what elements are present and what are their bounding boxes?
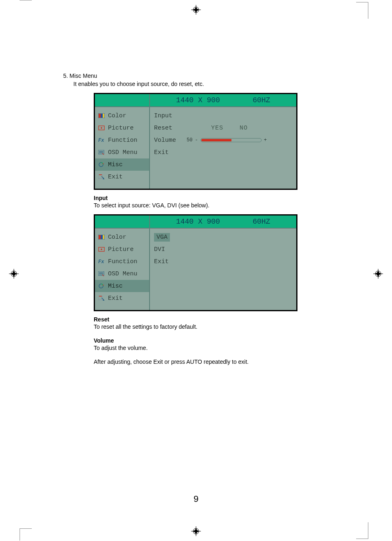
svg-rect-45 [99,235,101,239]
osd-refresh: 60HZ [253,218,270,226]
menu-item-exit[interactable]: Exit [95,292,149,304]
input-row-exit[interactable]: Exit [154,255,292,268]
menu-item-label: Exit [108,174,123,180]
osd-resolution: 1440 X 900 [176,218,220,226]
svg-rect-29 [99,114,101,118]
menu-item-function[interactable]: Fx Function [95,134,149,146]
exit-icon [98,295,105,301]
misc-row-reset[interactable]: Reset YES NO [154,122,292,134]
osd-resolution: 1440 X 900 [176,96,220,104]
menu-item-label: Function [108,137,137,144]
misc-icon [98,283,105,289]
volume-plus[interactable]: + [264,137,267,143]
menu-item-label: Misc [108,283,123,290]
misc-row-volume[interactable]: Volume 50 - + [154,134,292,146]
svg-text:Fx: Fx [98,259,104,264]
menu-item-label: OSD Menu [108,149,137,156]
menu-item-label: OSD Menu [108,270,137,277]
osd-input-menu: 1440 X 900 60HZ Color Picture Fx Functio… [94,214,297,311]
svg-point-49 [101,249,102,250]
section-desc: It enables you to choose input source, d… [73,81,331,87]
volume-desc: To adjust the volume. [94,345,331,351]
osd-refresh: 60HZ [253,96,270,104]
registration-mark-icon [191,526,201,536]
function-icon: Fx [98,259,105,264]
footer-note: After adjusting, choose Exit or press AU… [94,358,331,365]
menu-item-picture[interactable]: Picture [95,122,149,134]
svg-rect-42 [99,174,102,175]
volume-minus[interactable]: - [195,137,198,143]
menu-item-osdmenu[interactable]: OSD Menu [95,268,149,280]
menu-item-misc[interactable]: Misc [95,280,149,292]
misc-row-exit[interactable]: Exit [154,146,292,158]
svg-rect-58 [99,296,102,297]
function-icon: Fx [98,137,105,143]
page-number: 9 [194,494,198,504]
menu-item-label: Exit [108,295,123,302]
input-row-dvi[interactable]: DVI [154,243,292,255]
menu-item-picture[interactable]: Picture [95,243,149,255]
svg-rect-46 [101,235,103,239]
input-row-vga[interactable]: VGA [154,231,292,243]
menu-item-label: Function [108,258,137,265]
menu-item-label: Color [108,234,126,241]
reset-no[interactable]: NO [240,125,248,132]
color-icon [98,234,105,240]
menu-item-misc[interactable]: Misc [95,158,149,171]
svg-rect-31 [103,114,104,118]
registration-mark-icon [191,5,201,15]
osdmenu-icon [98,150,105,155]
menu-item-label: Misc [108,161,123,168]
menu-item-color[interactable]: Color [95,231,149,243]
misc-row-input[interactable]: Input [154,110,292,122]
color-icon [98,113,105,119]
volume-heading: Volume [94,337,331,344]
menu-item-label: Picture [108,246,134,253]
input-heading: Input [94,195,331,201]
picture-icon [98,125,105,131]
reset-yes[interactable]: YES [211,125,223,132]
svg-text:Fx: Fx [98,138,104,143]
reset-desc: To reset all the settings to factory def… [94,323,331,330]
svg-rect-47 [103,235,104,239]
exit-icon [98,174,105,180]
menu-item-function[interactable]: Fx Function [95,255,149,268]
volume-slider[interactable] [200,138,262,142]
svg-rect-30 [101,114,103,118]
menu-item-label: Picture [108,125,134,132]
menu-item-osdmenu[interactable]: OSD Menu [95,146,149,158]
svg-point-33 [101,127,102,129]
registration-mark-icon [373,269,383,279]
registration-mark-icon [9,269,19,279]
input-desc: To select input source: VGA, DVI (see be… [94,202,331,209]
picture-icon [98,246,105,252]
menu-item-exit[interactable]: Exit [95,171,149,183]
section-title: 5. Misc Menu [63,73,331,79]
menu-item-label: Color [108,112,126,119]
reset-heading: Reset [94,316,331,323]
osd-misc-menu: 1440 X 900 60HZ Color Picture Fx Functio… [94,93,297,190]
menu-item-color[interactable]: Color [95,110,149,122]
osdmenu-icon [98,271,105,277]
volume-value: 50 [187,137,192,143]
misc-icon [98,162,105,167]
